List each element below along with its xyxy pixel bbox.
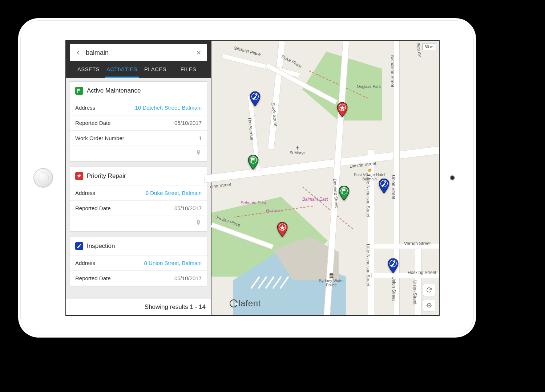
tab-activities[interactable]: ACTIVITIES [105, 61, 139, 78]
label-address: Address [75, 260, 95, 266]
tab-assets[interactable]: ASSETS [72, 61, 105, 78]
svg-point-8 [340, 187, 348, 195]
trail [234, 206, 313, 218]
refresh-button[interactable] [423, 284, 435, 296]
result-card[interactable]: Active Maintenance Address10 Datchett St… [70, 81, 207, 162]
road-label: Union Street [391, 175, 396, 199]
road-union2 [415, 244, 421, 316]
label-address: Address [75, 190, 95, 196]
svg-rect-0 [77, 89, 78, 93]
svg-point-3 [339, 104, 346, 111]
road-label: lliott Av [415, 43, 423, 57]
road-label: Little Nicholson Street [366, 175, 371, 217]
map-pin-star[interactable] [277, 222, 288, 237]
road-label: Datchett Street [332, 179, 339, 208]
svg-point-5 [250, 156, 257, 164]
road-label: Nicholson Street [390, 55, 395, 87]
road-darling [204, 145, 440, 183]
poi-hotel: 🍺East Village Hotel Balmain [353, 167, 386, 181]
park-origlass [302, 52, 382, 121]
svg-point-13 [279, 224, 286, 231]
value-reported: 05/10/2017 [174, 120, 202, 126]
value-reported: 05/10/2017 [174, 205, 202, 211]
road-avenue [247, 95, 261, 171]
locate-button[interactable] [423, 299, 435, 311]
building-block [273, 237, 339, 280]
svg-point-12 [381, 180, 387, 187]
tablet-frame: ASSETS ACTIVITIES PLACES FILES Active [18, 18, 476, 338]
poi-police: 👮Sydney Water Police [317, 273, 346, 287]
svg-point-2 [252, 93, 258, 100]
road-label: rling Street [210, 182, 231, 189]
road-label: Vernon Street [404, 241, 431, 246]
road-label: Hosking Street [408, 270, 436, 275]
road-label: Jubilee Place [215, 214, 241, 228]
water-area [233, 251, 346, 316]
card-title: Priority Repair [87, 172, 126, 180]
road-vernon [368, 244, 440, 249]
map-pin-edit[interactable] [250, 91, 261, 106]
star-icon [75, 172, 83, 180]
value-reported: 05/10/2017 [174, 275, 202, 281]
road-jubilee [211, 222, 274, 249]
map-controls [423, 284, 435, 311]
label-wo: Work Order Number [75, 135, 124, 141]
svg-point-15 [389, 260, 397, 267]
flag-icon [75, 87, 83, 95]
locate-icon[interactable] [195, 150, 202, 158]
svg-rect-7 [251, 158, 252, 163]
suburb-label: Balmain East [302, 197, 328, 202]
poi-church: ✝St Marys [290, 145, 305, 155]
road-little-nicholson [368, 150, 374, 316]
locate-icon[interactable] [195, 220, 202, 228]
search-input[interactable] [86, 49, 191, 57]
screen: ASSETS ACTIVITIES PLACES FILES Active [65, 40, 440, 316]
value-wo: 1 [199, 135, 202, 141]
road-label: Darling Street [349, 161, 376, 169]
road-label: Stock Street [270, 102, 278, 127]
clear-icon[interactable] [195, 49, 203, 57]
svg-point-14 [279, 224, 286, 230]
road-hosking [371, 273, 440, 278]
card-title: Inspection [87, 242, 115, 250]
map-pin-flag[interactable] [339, 186, 350, 200]
back-icon[interactable] [74, 49, 82, 57]
trail [309, 70, 368, 99]
map-pin-edit[interactable] [379, 179, 389, 193]
trail [302, 187, 353, 229]
tab-files[interactable]: FILES [172, 61, 205, 78]
map[interactable]: Gilchrist Place Duke Place Nicholson Str… [211, 41, 439, 315]
tab-places[interactable]: PLACES [139, 61, 172, 78]
road-label: Union Street [412, 280, 417, 305]
value-address[interactable]: 8 Union Street, Balmain [144, 260, 202, 266]
road-datchett [324, 41, 350, 316]
map-pin-star[interactable] [337, 102, 348, 117]
home-button[interactable] [33, 168, 53, 188]
road-label: Duke Place [280, 54, 303, 69]
road-label: Gilchrist Place [233, 45, 261, 57]
suburb-label: Balmain [266, 208, 282, 213]
search-panel: ASSETS ACTIVITIES PLACES FILES Active [66, 41, 211, 315]
results-summary: Showing results 1 - 14 [66, 299, 211, 315]
search-bar [70, 44, 207, 61]
road-label: The Avenue [247, 117, 255, 140]
svg-point-9 [341, 188, 347, 194]
value-address[interactable]: 10 Datchett Street, Balmain [135, 105, 202, 111]
label-reported: Reported Date [75, 205, 111, 211]
result-card[interactable]: Priority Repair Address9 Duke Street, Ba… [70, 167, 207, 232]
value-address[interactable]: 9 Duke Street, Balmain [146, 190, 202, 196]
brand-logo: lafent [230, 298, 261, 309]
map-pin-flag[interactable] [248, 155, 259, 170]
results-list[interactable]: Active Maintenance Address10 Datchett St… [66, 78, 211, 299]
result-card[interactable]: Inspection Address8 Union Street, Balmai… [70, 237, 207, 286]
svg-point-16 [390, 260, 396, 267]
svg-point-6 [250, 157, 257, 163]
map-pin-edit[interactable] [388, 258, 399, 273]
svg-point-11 [380, 180, 388, 187]
card-title: Active Maintenance [87, 87, 141, 94]
map-scale: 30 m [422, 44, 436, 50]
tab-bar: ASSETS ACTIVITIES PLACES FILES [70, 61, 207, 78]
label-address: Address [75, 105, 95, 111]
edit-icon [75, 242, 83, 250]
svg-rect-10 [342, 189, 343, 194]
